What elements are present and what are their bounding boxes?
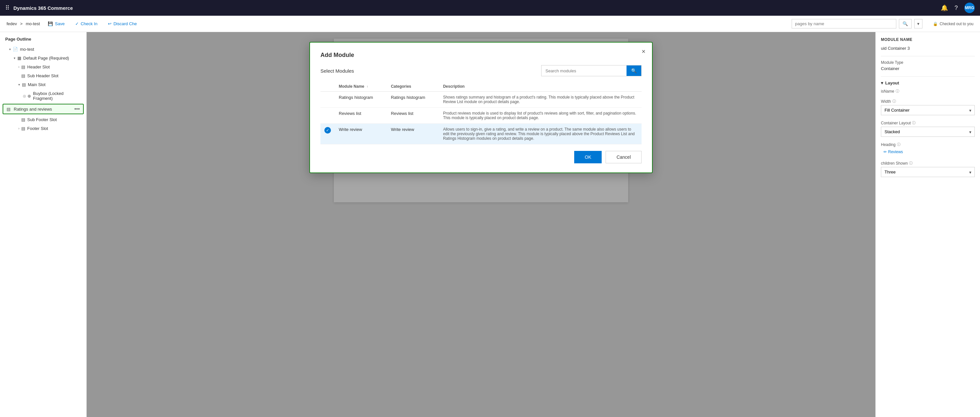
row-description: Allows users to sign-in, give a rating, …	[439, 124, 641, 144]
row-categories: Reviews list	[387, 108, 439, 124]
checkin-button[interactable]: ✓ Check In	[73, 20, 100, 27]
top-navigation: ⠿ Dynamics 365 Commerce 🔔 ? MRG	[0, 0, 980, 16]
right-prop-module-type: Module Type Container	[881, 60, 975, 71]
ok-button[interactable]: OK	[574, 151, 602, 163]
sidebar-item-footer-slot[interactable]: › ▤ Footer Slot	[0, 124, 86, 133]
modal-search-input[interactable]	[541, 66, 627, 76]
right-module-name-value: uid Container 3	[881, 46, 975, 51]
chevron-down-icon: ▾	[881, 80, 883, 85]
info-icon[interactable]: ⓘ	[912, 120, 916, 125]
sidebar-item-sub-footer-slot[interactable]: › ▤ Sub Footer Slot	[0, 115, 86, 124]
sidebar-item-label: Ratings and reviews	[14, 107, 74, 112]
checkin-icon: ✓	[75, 21, 79, 26]
right-prop-container-layout: Container Layout ⓘ Stacked	[881, 120, 975, 137]
right-children-shown-label: children Shown ⓘ	[881, 161, 975, 166]
page-icon: 📄	[13, 47, 18, 52]
right-layout-section: ▾ Layout	[881, 80, 975, 85]
save-button[interactable]: 💾 Save	[45, 20, 67, 27]
center-content: Click here to configure Free 2-day shipp…	[87, 32, 875, 417]
chevron-down-icon: ▾	[18, 83, 20, 86]
chevron-right-icon: ›	[18, 127, 19, 130]
table-row[interactable]: ✓Write reviewWrite reviewAllows users to…	[320, 124, 641, 144]
modal-select-label: Select Modules	[320, 68, 354, 73]
help-icon[interactable]: ?	[955, 5, 958, 11]
table-header-row: Module Name ↑ Categories Description	[320, 81, 641, 92]
row-categories: Ratings histogram	[387, 92, 439, 108]
apps-icon[interactable]: ⠿	[5, 4, 10, 11]
right-prop-isname: isName ⓘ	[881, 89, 975, 94]
more-options-icon[interactable]: •••	[74, 106, 80, 112]
table-col-description: Description	[439, 81, 641, 92]
right-prop-width: Width ⓘ Fill Container	[881, 99, 975, 115]
slot-icon: ▤	[21, 117, 25, 122]
row-description: Shows ratings summary and histogram of a…	[439, 92, 641, 108]
sidebar-title: Page Outline	[0, 32, 86, 45]
chevron-down-icon: ▾	[14, 56, 15, 60]
search-pages-button[interactable]: 🔍	[899, 19, 912, 29]
sidebar-item-main-slot[interactable]: ▾ ▤ Main Slot	[0, 80, 86, 89]
main-layout: Page Outline ▾ 📄 mo-test ▾ ▦ Default Pag…	[0, 32, 980, 417]
fragment-icon: ⊕	[27, 94, 31, 99]
children-shown-select-wrapper: Three One Two Four	[881, 167, 975, 177]
modal-close-button[interactable]: ×	[641, 48, 646, 55]
container-layout-select[interactable]: Stacked	[881, 127, 975, 137]
modal-footer: OK Cancel	[320, 151, 641, 163]
save-icon: 💾	[48, 21, 53, 26]
sidebar-item-label: Header Slot	[27, 64, 50, 69]
modal-search-container: 🔍	[541, 65, 641, 76]
right-module-type-value: Container	[881, 66, 975, 71]
table-row[interactable]: Ratings histogramRatings histogramShows …	[320, 92, 641, 108]
sidebar-item-label: Sub Header Slot	[27, 73, 58, 78]
width-select[interactable]: Fill Container	[881, 105, 975, 115]
sidebar-item-mo-test[interactable]: ▾ 📄 mo-test	[0, 45, 86, 54]
edit-heading-button[interactable]: ✏ Reviews	[881, 148, 905, 155]
children-shown-select[interactable]: Three One Two Four	[881, 167, 975, 177]
sub-header: fedev > mo-test 💾 Save ✓ Check In ↩ Disc…	[0, 16, 980, 32]
info-icon[interactable]: ⓘ	[896, 89, 899, 94]
chevron-down-icon: ▾	[9, 48, 11, 51]
sidebar-item-sub-header-slot[interactable]: › ▤ Sub Header Slot	[0, 71, 86, 80]
slot-icon: ▤	[21, 126, 25, 131]
row-module-name: Write review	[335, 124, 387, 144]
divider	[881, 76, 975, 77]
lock-icon: ◎	[23, 94, 26, 98]
sidebar-item-default-page[interactable]: ▾ ▦ Default Page (Required)	[0, 54, 86, 62]
info-icon[interactable]: ⓘ	[897, 142, 900, 147]
modal-title: Add Module	[320, 52, 641, 59]
right-width-label: Width ⓘ	[881, 99, 975, 104]
sidebar-item-label: Buybox (Locked Fragment)	[33, 91, 81, 101]
info-icon[interactable]: ⓘ	[892, 99, 896, 104]
slot-icon: ▤	[22, 82, 26, 87]
chevron-right-icon: ›	[18, 65, 19, 69]
modal-header-row: Select Modules 🔍	[320, 65, 641, 76]
sidebar-item-ratings-reviews[interactable]: ▤ Ratings and reviews •••	[3, 104, 84, 114]
divider	[881, 56, 975, 56]
row-categories: Write review	[387, 124, 439, 144]
row-checkbox-cell	[320, 108, 335, 124]
modal-search-button[interactable]: 🔍	[627, 66, 641, 76]
right-prop-module-name: uid Container 3	[881, 46, 975, 51]
sort-arrow-icon: ↑	[367, 85, 368, 88]
discard-button[interactable]: ↩ Discard Che	[105, 20, 140, 27]
row-checkbox-cell	[320, 92, 335, 108]
notification-icon[interactable]: 🔔	[941, 4, 948, 11]
left-sidebar: Page Outline ▾ 📄 mo-test ▾ ▦ Default Pag…	[0, 32, 87, 417]
pencil-icon: ✏	[883, 150, 887, 154]
cancel-button[interactable]: Cancel	[606, 151, 641, 163]
modal-overlay: Add Module × Select Modules 🔍 Modul	[87, 32, 875, 417]
search-pages-input[interactable]	[792, 19, 896, 29]
checkout-badge: 🔒 Checked out to you	[933, 22, 974, 26]
selected-check-icon: ✓	[325, 127, 331, 134]
row-description: Product reviews module is used to displa…	[439, 108, 641, 124]
table-col-module-name: Module Name ↑	[335, 81, 387, 92]
brand-name: Dynamics 365 Commerce	[13, 5, 73, 11]
table-row[interactable]: Reviews listReviews listProduct reviews …	[320, 108, 641, 124]
sidebar-item-label: mo-test	[20, 47, 34, 52]
user-avatar[interactable]: MRG	[964, 3, 975, 13]
row-module-name: Ratings histogram	[335, 92, 387, 108]
sidebar-item-buybox[interactable]: ◎ ⊕ Buybox (Locked Fragment)	[0, 89, 86, 103]
container-layout-select-wrapper: Stacked	[881, 127, 975, 137]
info-icon[interactable]: ⓘ	[909, 161, 913, 166]
sidebar-item-header-slot[interactable]: › ▤ Header Slot	[0, 62, 86, 71]
search-pages-dropdown[interactable]: ▾	[914, 19, 923, 29]
